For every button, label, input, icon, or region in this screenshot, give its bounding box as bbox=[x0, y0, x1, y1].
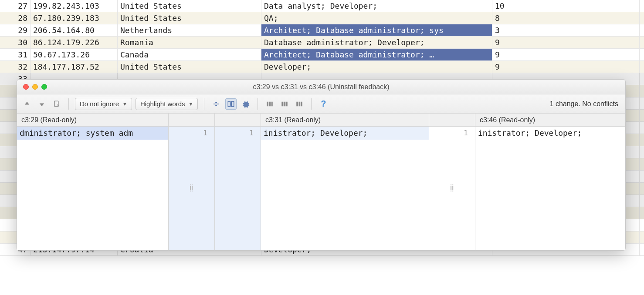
table-row[interactable]: 27199.82.243.103United StatesData analys… bbox=[0, 0, 644, 12]
edit-icon[interactable] bbox=[51, 98, 62, 110]
cell-role[interactable]: Developer; bbox=[261, 61, 492, 73]
gutter-right: 1 ⠿⠿ bbox=[429, 114, 475, 250]
table-row[interactable]: 3150.67.173.26CanadaArchitect; Database … bbox=[0, 49, 644, 61]
svg-rect-5 bbox=[271, 101, 273, 106]
pane-right-header: c3:46 (Read-only) bbox=[475, 114, 625, 127]
ignore-dropdown-label: Do not ignore bbox=[80, 100, 119, 107]
diff-panes: c3:29 (Read-only) dministrator; system a… bbox=[17, 114, 625, 250]
pane-middle-body[interactable]: inistrator; Developer; bbox=[261, 127, 429, 250]
gutter-number: 1 bbox=[169, 127, 214, 140]
cell-ip[interactable]: 199.82.243.103 bbox=[31, 0, 118, 12]
gear-icon[interactable] bbox=[240, 98, 251, 110]
diff-status: 1 change. No conflicts bbox=[550, 100, 621, 108]
separator bbox=[204, 98, 204, 110]
row-number: 29 bbox=[0, 24, 31, 36]
arrow-up-icon[interactable] bbox=[21, 98, 33, 110]
cell-score[interactable]: 9 bbox=[492, 61, 640, 73]
svg-rect-10 bbox=[299, 101, 301, 106]
help-icon[interactable]: ? bbox=[318, 98, 329, 110]
pane-left-header: c3:29 (Read-only) bbox=[17, 114, 168, 127]
svg-rect-4 bbox=[269, 101, 271, 106]
cell-role[interactable]: QA; bbox=[261, 12, 492, 24]
pane-middle: c3:31 (Read-only) inistrator; Developer; bbox=[261, 114, 429, 250]
table-row[interactable]: 3086.124.179.226RomaniaDatabase administ… bbox=[0, 37, 644, 49]
pane-middle-line: inistrator; Developer; bbox=[261, 127, 429, 140]
row-number: 32 bbox=[0, 61, 31, 73]
separator bbox=[311, 98, 312, 110]
pane-right-line: inistrator; Developer; bbox=[475, 127, 625, 140]
sync-scroll-icon[interactable] bbox=[225, 98, 237, 110]
layout-3-icon[interactable] bbox=[294, 98, 305, 110]
window-title: c3:29 vs c3:31 vs c3:46 (Uninstall feedb… bbox=[17, 83, 625, 91]
cell-ip[interactable]: 206.54.164.80 bbox=[31, 24, 118, 36]
arrow-down-icon[interactable] bbox=[36, 98, 47, 110]
pane-left-body[interactable]: dministrator; system adm bbox=[17, 127, 168, 250]
highlight-dropdown[interactable]: Highlight words ▼ bbox=[136, 98, 198, 110]
cell-country[interactable]: Romania bbox=[118, 37, 261, 48]
drag-handle-icon[interactable]: ⠿⠿ bbox=[450, 186, 454, 191]
pane-left: c3:29 (Read-only) dministrator; system a… bbox=[17, 114, 169, 250]
cell-country[interactable]: United States bbox=[118, 0, 261, 12]
window-controls bbox=[17, 84, 47, 90]
cell-ip[interactable]: 50.67.173.26 bbox=[31, 49, 118, 60]
cell-country[interactable]: United States bbox=[118, 61, 261, 73]
chevron-down-icon: ▼ bbox=[122, 101, 127, 107]
cell-score[interactable]: 10 bbox=[492, 0, 640, 12]
cell-role[interactable]: Database administrator; Developer; bbox=[261, 37, 492, 48]
table-row[interactable]: 29206.54.164.80NetherlandsArchitect; Dat… bbox=[0, 24, 644, 37]
minimize-icon[interactable] bbox=[32, 84, 38, 90]
cell-ip[interactable]: 67.180.239.183 bbox=[31, 12, 118, 24]
cell-score[interactable]: 8 bbox=[492, 12, 640, 24]
gutter-number: 1 bbox=[215, 127, 261, 140]
pane-right-body[interactable]: inistrator; Developer; bbox=[475, 127, 625, 250]
pane-right: c3:46 (Read-only) inistrator; Developer; bbox=[475, 114, 625, 250]
pane-middle-header: c3:31 (Read-only) bbox=[261, 114, 429, 127]
gutter-left: 1 ⠿⠿ bbox=[169, 114, 215, 250]
titlebar[interactable]: c3:29 vs c3:31 vs c3:46 (Uninstall feedb… bbox=[17, 80, 625, 94]
highlight-dropdown-label: Highlight words bbox=[140, 100, 185, 107]
layout-1-icon[interactable] bbox=[264, 98, 275, 110]
row-number: 28 bbox=[0, 12, 31, 24]
pane-left-line: dministrator; system adm bbox=[17, 127, 168, 140]
chevron-down-icon: ▼ bbox=[189, 101, 193, 107]
gutter-left-2: 1 bbox=[215, 114, 261, 250]
cell-ip[interactable]: 86.124.179.226 bbox=[31, 37, 118, 48]
svg-rect-9 bbox=[297, 101, 299, 106]
drag-handle-icon[interactable]: ⠿⠿ bbox=[189, 186, 194, 191]
cell-role[interactable]: Data analyst; Developer; bbox=[261, 0, 492, 12]
toolbar: Do not ignore ▼ Highlight words ▼ ? 1 bbox=[17, 94, 625, 114]
svg-rect-3 bbox=[267, 101, 269, 106]
table-row[interactable]: 2867.180.239.183United StatesQA;8 bbox=[0, 12, 644, 24]
cell-ip[interactable]: 184.177.187.52 bbox=[31, 61, 118, 73]
svg-rect-8 bbox=[286, 101, 288, 106]
cell-country[interactable]: Netherlands bbox=[118, 24, 261, 36]
row-number: 31 bbox=[0, 49, 31, 60]
diff-viewer-window: c3:29 vs c3:31 vs c3:46 (Uninstall feedb… bbox=[17, 79, 626, 251]
svg-rect-6 bbox=[282, 101, 283, 106]
maximize-icon[interactable] bbox=[41, 84, 47, 90]
cell-role[interactable]: Architect; Database administrator; sys bbox=[261, 24, 492, 36]
table-row[interactable]: 32184.177.187.52United StatesDeveloper;9 bbox=[0, 61, 644, 73]
row-number: 30 bbox=[0, 37, 31, 48]
svg-rect-7 bbox=[284, 101, 286, 106]
separator bbox=[258, 98, 258, 110]
layout-2-icon[interactable] bbox=[279, 98, 290, 110]
row-number: 27 bbox=[0, 0, 31, 12]
gutter-number: 1 bbox=[429, 127, 475, 140]
cell-country[interactable]: Canada bbox=[118, 49, 261, 60]
cell-score[interactable]: 9 bbox=[492, 37, 640, 48]
svg-rect-2 bbox=[232, 101, 234, 107]
ignore-dropdown[interactable]: Do not ignore ▼ bbox=[75, 98, 132, 110]
cell-score[interactable]: 3 bbox=[492, 24, 640, 36]
svg-rect-11 bbox=[301, 101, 302, 106]
cell-score[interactable]: 9 bbox=[492, 49, 640, 60]
separator bbox=[68, 98, 69, 110]
cell-country[interactable]: United States bbox=[118, 12, 261, 24]
close-icon[interactable] bbox=[23, 84, 29, 90]
svg-rect-1 bbox=[228, 101, 230, 107]
collapse-unchanged-icon[interactable] bbox=[210, 98, 222, 110]
cell-role[interactable]: Architect; Database administrator; … bbox=[261, 49, 492, 60]
